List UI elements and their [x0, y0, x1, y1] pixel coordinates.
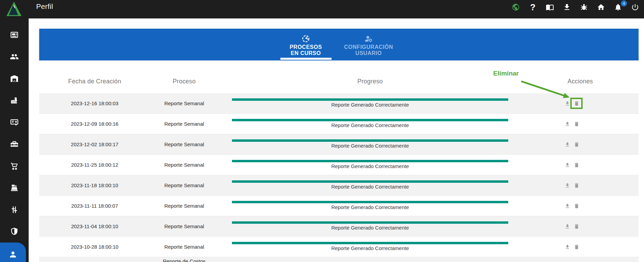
top-bar-actions: ? 4 — [512, 0, 644, 11]
tab-configuracion-usuario[interactable]: CONFIGURACIÓN USUARIO — [340, 29, 398, 60]
table-body: 2023-12-16 18:00:03 Reporte Semanal Repo… — [39, 93, 639, 262]
column-header-acciones: Acciones — [522, 78, 639, 93]
row-process: Reporte Semanal — [150, 175, 218, 195]
help-icon[interactable]: ? — [529, 3, 537, 11]
row-progress: Reporte Generado Correctamente — [218, 134, 522, 154]
sidebar-item-toolbox[interactable] — [10, 140, 19, 149]
download-report-icon[interactable] — [565, 100, 570, 107]
table-row: 2023-11-04 18:00:10 Reporte Semanal Repo… — [39, 216, 639, 237]
row-progress: Reporte Generado Correctamente — [218, 196, 522, 216]
row-progress: Reporte Generado Correctamente — [218, 237, 522, 257]
row-date: 2023-12-16 18:00:03 — [39, 93, 150, 113]
column-header-fecha: Fecha de Creación — [39, 78, 150, 93]
table-row: 2023-10-28 18:00:10 Reporte Semanal Repo… — [39, 237, 639, 257]
progress-status: Reporte Generado Correctamente — [232, 122, 508, 128]
globe-icon[interactable] — [512, 3, 520, 11]
table-row: 2023-12-09 18:00:16 Reporte Semanal Repo… — [39, 114, 639, 134]
download-report-icon[interactable] — [565, 182, 570, 189]
notifications-icon[interactable]: 4 — [614, 3, 622, 11]
main-content: PROCESOS EN CURSO CONFIGURACIÓN USUARIO … — [29, 18, 644, 262]
tab-label: PROCESOS — [290, 44, 322, 50]
progress-bar — [232, 98, 508, 101]
sidebar-item-profile[interactable] — [0, 243, 26, 262]
active-tab-indicator — [280, 58, 332, 60]
table-header: Fecha de Creación Proceso Progreso Accio… — [39, 60, 639, 93]
progress-status: Reporte Generado Correctamente — [232, 102, 508, 108]
row-process: Reporte Semanal — [150, 114, 218, 134]
download-icon[interactable] — [563, 3, 571, 11]
row-process: Reporte Semanal — [150, 93, 218, 113]
delete-report-icon[interactable] — [574, 223, 580, 230]
download-report-icon[interactable] — [565, 223, 570, 230]
row-process: Reporte Semanal — [150, 134, 218, 154]
sidebar-item-certificate[interactable] — [10, 118, 19, 127]
sidebar — [0, 18, 29, 262]
progress-bar — [232, 160, 508, 162]
row-actions — [522, 175, 639, 195]
book-icon[interactable] — [546, 3, 554, 11]
row-actions — [522, 155, 639, 175]
home-icon[interactable] — [597, 3, 605, 11]
sidebar-item-warehouse[interactable] — [10, 74, 19, 83]
row-progress: Reporte Generado Correctamente — [218, 216, 522, 236]
progress-bar — [232, 180, 508, 183]
progress-status: Reporte Generado Correctamente — [232, 204, 508, 210]
progress-status: Reporte Generado Correctamente — [232, 245, 508, 251]
sidebar-item-sliders[interactable] — [10, 205, 19, 214]
row-actions — [522, 134, 639, 154]
bug-icon[interactable] — [580, 3, 588, 11]
row-actions — [522, 93, 639, 113]
top-bar: Perfil ? 4 — [0, 0, 644, 18]
download-report-icon[interactable] — [565, 121, 570, 127]
row-progress: Reporte Generado Correctamente — [218, 114, 522, 134]
row-date: 2023-11-04 18:00:10 — [39, 216, 150, 236]
tab-label: EN CURSO — [291, 50, 321, 56]
person-icon — [9, 250, 17, 259]
delete-report-icon[interactable] — [574, 141, 580, 148]
delete-report-icon[interactable] — [574, 162, 580, 168]
tab-procesos-en-curso[interactable]: PROCESOS EN CURSO — [280, 29, 332, 60]
row-process: Reporte de Costos — [150, 257, 218, 262]
power-icon[interactable] — [631, 3, 639, 11]
progress-status: Reporte Generado Correctamente — [232, 163, 508, 169]
wrench-circle-icon — [302, 35, 310, 43]
download-report-icon[interactable] — [565, 244, 570, 250]
tab-label: CONFIGURACIÓN — [344, 44, 393, 50]
column-header-proceso: Proceso — [150, 78, 218, 93]
download-report-icon[interactable] — [565, 141, 570, 148]
row-progress: Reporte Generado Correctamente — [218, 175, 522, 195]
sidebar-item-factory[interactable] — [10, 96, 19, 105]
delete-report-icon[interactable] — [574, 244, 580, 250]
cart-icon — [10, 162, 19, 170]
factory-icon — [10, 96, 19, 105]
annotation-eliminar-label: Eliminar — [493, 70, 519, 77]
row-date — [39, 257, 150, 262]
delete-report-icon[interactable] — [574, 182, 580, 189]
delete-report-icon[interactable] — [574, 203, 580, 209]
row-date: 2023-10-28 18:00:10 — [39, 237, 150, 257]
delete-report-icon[interactable] — [574, 121, 580, 127]
row-date: 2023-11-11 18:00:07 — [39, 196, 150, 216]
sidebar-item-cash-register[interactable] — [10, 183, 19, 192]
user-settings-icon — [364, 35, 373, 43]
progress-bar — [232, 119, 508, 121]
row-process: Reporte Semanal — [150, 237, 218, 257]
table-row: 2023-11-18 18:00:10 Reporte Semanal Repo… — [39, 175, 639, 196]
row-date: 2023-11-18 18:00:10 — [39, 175, 150, 195]
toolbox-icon — [10, 140, 19, 149]
sidebar-item-cart[interactable] — [10, 162, 19, 170]
sliders-icon — [10, 205, 19, 214]
row-date: 2023-11-25 18:00:12 — [39, 155, 150, 175]
page-title: Perfil — [36, 2, 53, 11]
tab-label: USUARIO — [355, 50, 382, 56]
table-row: 2023-11-11 18:00:07 Reporte Semanal Repo… — [39, 196, 639, 216]
delete-report-icon[interactable] — [574, 100, 580, 107]
download-report-icon[interactable] — [565, 203, 570, 209]
row-process: Reporte Semanal — [150, 216, 218, 236]
sidebar-item-people[interactable] — [10, 52, 19, 61]
tab-bar: PROCESOS EN CURSO CONFIGURACIÓN USUARIO — [39, 29, 639, 60]
sidebar-item-shield[interactable] — [10, 227, 19, 236]
row-actions — [522, 237, 639, 257]
download-report-icon[interactable] — [565, 162, 570, 168]
sidebar-item-newspaper[interactable] — [10, 30, 19, 39]
